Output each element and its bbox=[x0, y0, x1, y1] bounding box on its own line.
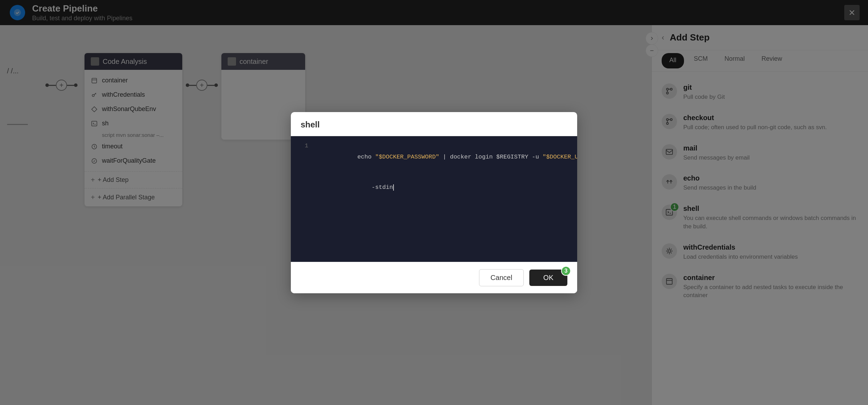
line-number-1: 1 bbox=[298, 142, 308, 149]
modal-overlay: shell 1 echo "$DOCKER_PASSWORD" | docker… bbox=[0, 0, 868, 405]
line-numbers: 1 bbox=[298, 142, 308, 256]
modal-footer: Cancel OK 3 bbox=[291, 262, 577, 293]
code-editor[interactable]: 1 echo "$DOCKER_PASSWORD" | docker login… bbox=[291, 136, 577, 262]
code-line-2: -stdin bbox=[315, 172, 577, 203]
ok-badge-3: 3 bbox=[561, 266, 571, 276]
code-line-1: echo "$DOCKER_PASSWORD" | docker login $… bbox=[315, 142, 577, 173]
cancel-button[interactable]: Cancel bbox=[479, 269, 524, 286]
code-content[interactable]: echo "$DOCKER_PASSWORD" | docker login $… bbox=[315, 142, 577, 256]
shell-modal: shell 1 echo "$DOCKER_PASSWORD" | docker… bbox=[291, 112, 577, 293]
modal-header: shell bbox=[291, 112, 577, 136]
modal-title: shell bbox=[301, 120, 320, 129]
ok-button[interactable]: OK 3 bbox=[529, 270, 567, 286]
ok-label: OK bbox=[543, 274, 553, 281]
modal-body: 1 echo "$DOCKER_PASSWORD" | docker login… bbox=[291, 136, 577, 262]
